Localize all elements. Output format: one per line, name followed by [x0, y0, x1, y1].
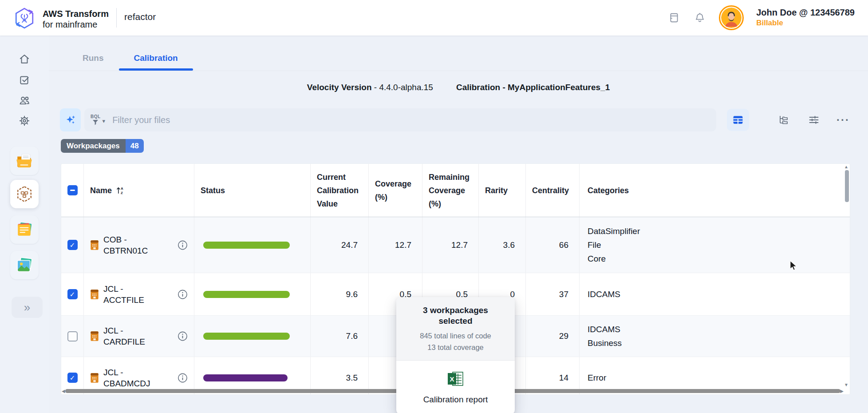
docs-icon[interactable]: [667, 11, 681, 24]
selection-total-coverage: 13 total coverage: [408, 342, 503, 353]
tab-calibration[interactable]: Calibration: [119, 47, 193, 69]
table-header-row: Name A Z Status Current Calibration Valu…: [61, 164, 850, 217]
sort-az-icon[interactable]: A Z: [115, 186, 125, 195]
column-header-current: Current Calibration Value: [311, 164, 369, 217]
svg-text:A: A: [121, 187, 123, 191]
selection-lines-of-code: 845 total lines of code: [408, 330, 503, 342]
funnel-icon: [92, 119, 99, 126]
current-calibration-value: 9.6: [311, 273, 369, 315]
tab-bar-divider: [49, 71, 868, 71]
velocity-version-text: Velocity Version - 4.4.0-alpha.15: [307, 83, 433, 92]
selection-popover: 3 workpackages selected 845 total lines …: [396, 297, 515, 413]
select-all-checkbox[interactable]: [67, 185, 78, 195]
status-bar: [203, 374, 288, 381]
bql-label: BQL: [91, 115, 101, 119]
workpackage-name[interactable]: JCL - ACCTFILE: [103, 283, 162, 306]
user-name: John Doe @ 123456789: [756, 7, 855, 18]
file-icon: [90, 372, 99, 384]
file-icon: [90, 239, 99, 251]
left-sidebar: »: [0, 36, 49, 413]
bell-icon[interactable]: [693, 11, 706, 24]
rarity-value: 3.6: [479, 217, 526, 273]
chevron-down-icon: ▾: [103, 118, 106, 124]
row-checkbox[interactable]: [67, 331, 78, 342]
scroll-down-icon[interactable]: ▼: [844, 383, 848, 387]
nav-divider: [116, 8, 117, 28]
calibration-report-button[interactable]: X Calibration report: [396, 361, 515, 413]
coverage-value: 12.7: [369, 217, 422, 273]
users-icon[interactable]: [19, 95, 30, 106]
svg-text:X: X: [450, 375, 454, 383]
ai-sparkles-icon[interactable]: [60, 108, 81, 131]
centrality-value: 37: [526, 273, 580, 315]
top-navbar: AWS Transform for mainframe refactor: [0, 0, 868, 36]
tab-bar: Runs Calibration: [67, 47, 193, 69]
sidebar-expand-button[interactable]: »: [12, 297, 43, 318]
remaining-coverage-value: 12.7: [422, 217, 479, 273]
table-row: COB - CBTRN01C 24.7 12.7 12.7 3.6 66 Dat…: [61, 217, 850, 273]
excel-icon: X: [448, 371, 464, 386]
workpackage-name[interactable]: JCL - CBADMCDJ: [103, 367, 162, 389]
workpackages-count: 48: [126, 139, 144, 153]
column-header-name[interactable]: Name A Z: [84, 164, 194, 217]
centrality-value: 66: [526, 217, 580, 273]
settings-icon[interactable]: [19, 115, 30, 127]
column-header-remaining: Remaining Coverage (%): [422, 164, 479, 217]
workpackage-name[interactable]: JCL - CARDFILE: [103, 325, 162, 347]
selection-title: 3 workpackages selected: [408, 305, 503, 326]
filter-toolbar: BQL ▾: [60, 108, 857, 131]
column-header-status: Status: [194, 164, 311, 217]
brand-title: AWS Transform for mainframe: [43, 8, 109, 30]
categories-cell: DataSimplifier File Core: [580, 217, 850, 273]
info-icon[interactable]: [178, 331, 188, 342]
info-icon[interactable]: [178, 373, 188, 383]
calibration-report-label: Calibration report: [401, 395, 510, 405]
current-calibration-value: 24.7: [311, 217, 369, 273]
workpackages-filter-token[interactable]: Workpackages 48: [61, 139, 144, 153]
tasks-icon[interactable]: [19, 74, 30, 86]
categories-cell: IDCAMS Business: [580, 316, 850, 357]
column-header-coverage: Coverage (%): [369, 164, 422, 217]
column-header-centrality: Centrality: [526, 164, 580, 217]
row-checkbox[interactable]: [67, 373, 78, 383]
main-content: Runs Calibration Velocity Version - 4.4.…: [49, 36, 868, 413]
vertical-scrollbar[interactable]: ▲ ▼: [844, 165, 849, 394]
more-actions-icon[interactable]: ···: [832, 109, 854, 131]
filter-files-input[interactable]: [111, 115, 710, 126]
preferences-icon[interactable]: [803, 109, 825, 131]
folder-documents-icon[interactable]: [10, 147, 39, 175]
aws-transform-logo-icon: [13, 7, 36, 31]
row-checkbox[interactable]: [67, 240, 78, 250]
file-icon: [90, 289, 99, 300]
scroll-up-icon[interactable]: ▲: [844, 165, 848, 169]
status-bar: [203, 333, 290, 340]
categories-cell: IDCAMS: [580, 273, 850, 315]
workpackage-hexagon-icon[interactable]: [10, 180, 39, 208]
scroll-right-icon[interactable]: ▶: [840, 389, 844, 393]
tree-view-icon[interactable]: [772, 109, 794, 131]
bql-filter-dropdown[interactable]: BQL ▾: [91, 115, 105, 126]
centrality-value: 29: [526, 316, 580, 357]
column-header-rarity: Rarity: [479, 164, 526, 217]
row-checkbox[interactable]: [67, 289, 78, 299]
column-header-categories: Categories: [580, 164, 850, 217]
status-bar: [203, 242, 290, 249]
calibration-info-bar: Velocity Version - 4.4.0-alpha.15 Calibr…: [49, 83, 868, 92]
images-icon[interactable]: [10, 251, 39, 279]
avatar[interactable]: [719, 5, 744, 30]
scroll-left-icon[interactable]: ◀: [62, 389, 65, 393]
calibration-name-text: Calibration - MyApplicationFeatures_1: [456, 83, 610, 92]
info-icon[interactable]: [178, 240, 188, 250]
notes-icon[interactable]: [10, 215, 39, 244]
filter-input-container: BQL ▾: [84, 108, 716, 131]
tab-runs[interactable]: Runs: [67, 47, 119, 69]
vertical-scrollbar-thumb[interactable]: [845, 170, 849, 202]
selection-summary: 3 workpackages selected 845 total lines …: [396, 297, 515, 361]
app-window: AWS Transform for mainframe refactor: [0, 0, 868, 413]
workpackage-name[interactable]: COB - CBTRN01C: [103, 234, 162, 256]
table-view-icon[interactable]: [727, 109, 749, 131]
info-icon[interactable]: [178, 289, 188, 299]
home-icon[interactable]: [19, 53, 30, 65]
svg-text:Z: Z: [121, 191, 123, 195]
current-calibration-value: 7.6: [311, 316, 369, 357]
